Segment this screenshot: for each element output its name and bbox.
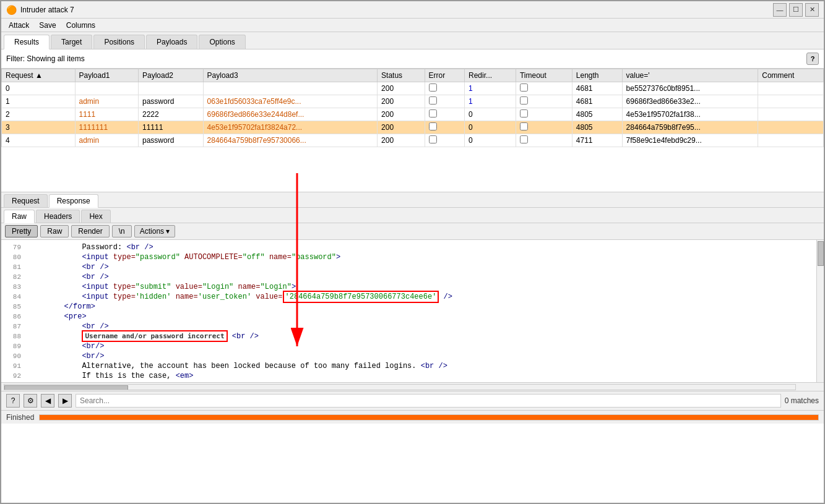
table-cell: 0 — [465, 134, 516, 147]
help-nav-button[interactable]: ? — [6, 394, 20, 408]
sub-tab-raw[interactable]: Raw — [4, 210, 35, 223]
table-cell — [203, 82, 378, 95]
row-checkbox[interactable] — [520, 109, 528, 117]
table-cell — [758, 108, 824, 121]
col-payload1[interactable]: Payload1 — [75, 69, 138, 82]
main-tabbar: Results Target Positions Payloads Option… — [1, 32, 824, 49]
sub-tab-headers[interactable]: Headers — [36, 210, 80, 223]
menu-save[interactable]: Save — [34, 20, 61, 31]
sub-tab-hex[interactable]: Hex — [81, 210, 110, 223]
table-cell: 1 — [2, 95, 76, 108]
col-value[interactable]: value=' — [622, 69, 758, 82]
table-cell: 2 — [2, 108, 76, 121]
table-cell: 69686f3ed866e33e244d8ef... — [203, 108, 378, 121]
row-checkbox[interactable] — [520, 83, 528, 92]
code-line-93: 93 please try again in 15 minutes — [1, 381, 824, 382]
table-cell — [758, 134, 824, 147]
row-checkbox[interactable] — [429, 135, 437, 143]
render-button[interactable]: Render — [71, 225, 109, 237]
code-line-90: 90 <br/> — [1, 351, 824, 361]
settings-nav-button[interactable]: ⚙ — [24, 394, 37, 408]
menu-attack[interactable]: Attack — [4, 20, 34, 31]
col-payload3[interactable]: Payload3 — [203, 69, 378, 82]
horizontal-scrollbar[interactable] — [1, 382, 824, 391]
row-checkbox[interactable] — [520, 122, 528, 130]
newline-button[interactable]: \n — [112, 225, 132, 237]
col-redir[interactable]: Redir... — [465, 69, 516, 82]
req-res-tabbar: Request Response — [1, 192, 824, 208]
table-row[interactable]: 020014681be5527376c0bf8951... — [2, 82, 824, 95]
results-table-container[interactable]: Request ▲ Payload1 Payload2 Payload3 Sta… — [1, 69, 824, 192]
menubar: Attack Save Columns — [1, 19, 824, 32]
raw-button[interactable]: Raw — [40, 225, 69, 237]
row-checkbox[interactable] — [429, 96, 437, 105]
tab-request[interactable]: Request — [4, 194, 48, 207]
row-checkbox[interactable] — [429, 122, 437, 130]
h-scrollbar-thumb[interactable] — [4, 385, 128, 390]
col-request[interactable]: Request ▲ — [2, 69, 76, 82]
search-input[interactable] — [76, 394, 781, 408]
prev-button[interactable]: ◀ — [41, 394, 54, 408]
table-cell: 200 — [378, 134, 425, 147]
table-cell — [425, 95, 464, 108]
col-error[interactable]: Error — [425, 69, 464, 82]
scrollbar-thumb[interactable] — [818, 241, 824, 266]
window-title: Intruder attack 7 — [20, 6, 773, 14]
close-button[interactable]: ✕ — [805, 3, 819, 17]
col-payload2[interactable]: Payload2 — [138, 69, 203, 82]
col-status[interactable]: Status — [378, 69, 425, 82]
table-row[interactable]: 31111111111114e53e1f95702fa1f3824a72...2… — [2, 121, 824, 134]
vertical-scrollbar[interactable] — [816, 240, 824, 382]
table-cell: password — [138, 95, 203, 108]
code-area[interactable]: 79 Password: <br /> 80 <input type="pass… — [1, 240, 824, 382]
menu-columns[interactable]: Columns — [61, 20, 100, 31]
table-row[interactable]: 1adminpassword063e1fd56033ca7e5ff4e9c...… — [2, 95, 824, 108]
tab-response[interactable]: Response — [49, 194, 98, 208]
next-button[interactable]: ▶ — [58, 394, 72, 408]
col-length[interactable]: Length — [572, 69, 622, 82]
table-cell — [758, 82, 824, 95]
col-timeout[interactable]: Timeout — [516, 69, 572, 82]
actions-button[interactable]: Actions ▾ — [134, 225, 175, 237]
code-line-81: 81 <br /> — [1, 262, 824, 272]
table-cell: 4805 — [572, 108, 622, 121]
table-cell: 063e1fd56033ca7e5ff4e9c... — [203, 95, 378, 108]
table-cell: 1111111 — [75, 121, 138, 134]
code-line-85: 85 </form> — [1, 302, 824, 312]
row-checkbox[interactable] — [520, 135, 528, 143]
tab-target[interactable]: Target — [51, 35, 92, 49]
table-cell: admin — [75, 95, 138, 108]
minimize-button[interactable]: — — [773, 3, 787, 17]
tab-positions[interactable]: Positions — [93, 35, 145, 49]
code-line-82: 82 <br /> — [1, 272, 824, 282]
searchbar: ? ⚙ ◀ ▶ 0 matches — [1, 391, 824, 410]
tab-results[interactable]: Results — [4, 35, 50, 49]
sub-tabbar: Raw Headers Hex — [1, 208, 824, 223]
table-cell: 284664a759b8f7e95730066... — [203, 134, 378, 147]
tab-payloads[interactable]: Payloads — [146, 35, 197, 49]
filter-text: Filter: Showing all items — [6, 54, 85, 63]
table-cell — [425, 134, 464, 147]
table-cell: 200 — [378, 121, 425, 134]
status-progress-bar — [39, 414, 819, 421]
row-checkbox[interactable] — [520, 96, 528, 105]
status-bar-fill — [40, 415, 818, 420]
table-cell: 2222 — [138, 108, 203, 121]
table-cell: 0 — [465, 108, 516, 121]
table-cell — [138, 82, 203, 95]
row-checkbox[interactable] — [429, 109, 437, 117]
maximize-button[interactable]: ☐ — [789, 3, 803, 17]
table-row[interactable]: 4adminpassword284664a759b8f7e95730066...… — [2, 134, 824, 147]
table-cell: 4681 — [572, 82, 622, 95]
col-comment[interactable]: Comment — [758, 69, 824, 82]
pretty-button[interactable]: Pretty — [5, 225, 38, 237]
table-cell: 69686f3ed866e33e2... — [622, 95, 758, 108]
help-button[interactable]: ? — [806, 53, 819, 65]
tab-options[interactable]: Options — [199, 35, 245, 49]
row-checkbox[interactable] — [429, 83, 437, 92]
table-cell: 4e53e1f95702fa1f3824a72... — [203, 121, 378, 134]
code-line-84: 84 <input type='hidden' name='user_token… — [1, 292, 824, 302]
table-row[interactable]: 21111222269686f3ed866e33e244d8ef...20004… — [2, 108, 824, 121]
actions-label: Actions — [140, 227, 164, 236]
response-toolbar: Pretty Raw Render \n Actions ▾ — [1, 223, 824, 240]
